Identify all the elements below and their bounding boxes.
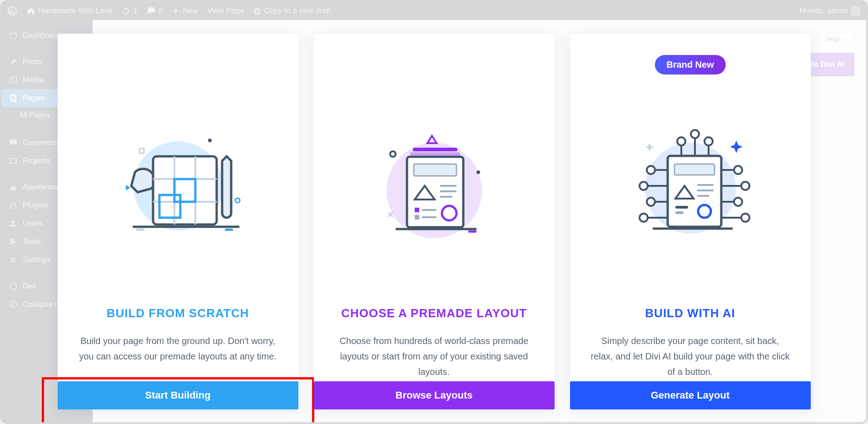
svg-point-58	[640, 182, 648, 190]
svg-rect-38	[415, 215, 419, 219]
card-desc: Simply describe your page content, sit b…	[590, 333, 791, 379]
premade-illustration	[314, 115, 555, 252]
svg-rect-31	[410, 152, 460, 156]
card-title: BUILD WITH AI	[570, 306, 811, 320]
browse-layouts-button[interactable]: Browse Layouts	[314, 381, 555, 409]
svg-rect-53	[675, 211, 684, 214]
svg-point-66	[741, 182, 749, 190]
svg-rect-25	[139, 149, 144, 153]
card-build-from-scratch: BUILD FROM SCRATCH Build your page from …	[58, 34, 298, 409]
svg-point-74	[691, 130, 699, 138]
card-premade-layout: CHOOSE A PREMADE LAYOUT Choose from hund…	[314, 34, 555, 409]
card-build-with-ai: Brand New	[570, 34, 811, 409]
builder-choice-modal: BUILD FROM SCRATCH Build your page from …	[2, 2, 866, 422]
svg-point-26	[235, 198, 240, 203]
svg-rect-30	[413, 148, 457, 151]
svg-point-68	[734, 198, 742, 206]
card-desc: Choose from hundreds of world-class prem…	[334, 333, 535, 379]
svg-point-60	[647, 198, 655, 206]
svg-rect-48	[675, 164, 714, 175]
svg-rect-16	[153, 156, 217, 224]
svg-point-24	[208, 139, 212, 142]
start-building-button[interactable]: Start Building	[58, 381, 298, 409]
svg-point-43	[390, 151, 396, 157]
brand-new-badge: Brand New	[655, 55, 725, 75]
svg-rect-27	[225, 229, 233, 231]
svg-point-76	[704, 137, 713, 145]
svg-point-72	[677, 137, 685, 145]
card-desc: Build your page from the ground up. Don'…	[78, 333, 278, 364]
card-title: BUILD FROM SCRATCH	[58, 306, 298, 320]
svg-rect-28	[136, 229, 144, 231]
svg-point-62	[640, 214, 648, 222]
svg-point-44	[476, 170, 480, 174]
svg-rect-33	[414, 164, 456, 176]
svg-point-70	[741, 214, 749, 222]
generate-layout-button[interactable]: Generate Layout	[570, 381, 811, 409]
card-title: CHOOSE A PREMADE LAYOUT	[314, 306, 555, 320]
scratch-illustration	[58, 115, 298, 252]
ai-illustration	[570, 115, 811, 252]
svg-rect-52	[675, 206, 688, 209]
svg-point-64	[734, 166, 742, 174]
svg-rect-37	[415, 208, 419, 212]
svg-rect-45	[468, 230, 476, 233]
svg-point-56	[647, 166, 655, 174]
